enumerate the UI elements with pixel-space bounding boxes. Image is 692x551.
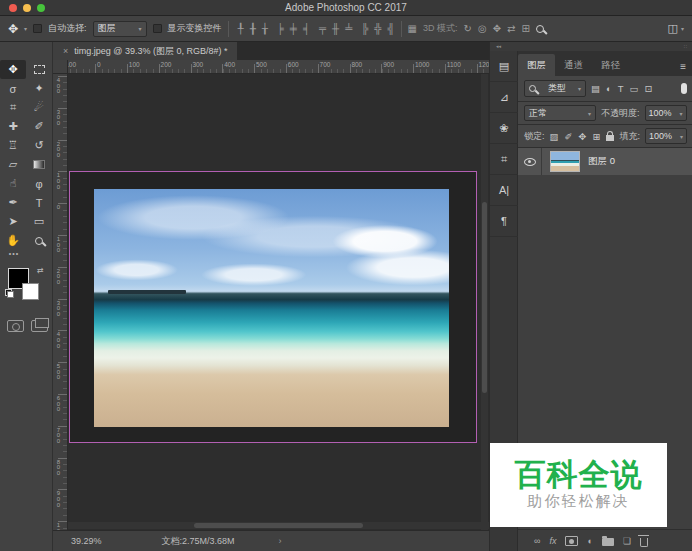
threed-mode-icon[interactable]: ↻ bbox=[464, 23, 472, 34]
align-icon[interactable]: ╡ bbox=[303, 23, 310, 34]
shapes-panel-icon[interactable]: ❀ bbox=[490, 113, 518, 144]
threed-mode-icon[interactable]: ◎ bbox=[478, 23, 487, 34]
vertical-scrollbar-thumb[interactable] bbox=[482, 202, 487, 394]
pen-tool[interactable]: ✒ bbox=[0, 193, 26, 212]
align-icon[interactable]: ╬ bbox=[374, 23, 381, 34]
auto-select-checkbox[interactable] bbox=[33, 24, 42, 33]
zoom-tool[interactable] bbox=[26, 231, 52, 250]
horizontal-scrollbar-thumb[interactable] bbox=[194, 523, 362, 528]
threed-mode-icons: ↻◎✥⇄⊞ bbox=[464, 23, 530, 34]
canvas-viewport[interactable] bbox=[68, 74, 489, 530]
filter-toggle-switch[interactable] bbox=[681, 83, 687, 94]
link-layers-icon[interactable]: ∞ bbox=[534, 536, 540, 546]
eraser-tool[interactable]: ▱ bbox=[0, 155, 26, 174]
move-tool[interactable]: ✥ bbox=[0, 60, 26, 79]
history-brush-tool[interactable]: ↺ bbox=[26, 136, 52, 155]
align-icon[interactable]: ╧ bbox=[345, 23, 352, 34]
default-colors-icon[interactable] bbox=[5, 289, 14, 298]
horizontal-scrollbar[interactable] bbox=[68, 522, 489, 529]
filter-type-icon[interactable]: T bbox=[618, 83, 624, 94]
layer-row[interactable]: 图层 0 bbox=[518, 148, 692, 175]
filter-smart-object-icon[interactable]: ⊡ bbox=[645, 83, 653, 94]
threed-mode-icon[interactable]: ⇄ bbox=[507, 23, 515, 34]
distribute-grid-icon[interactable]: ▦ bbox=[408, 23, 417, 34]
quick-mask-button[interactable] bbox=[7, 320, 24, 332]
vertical-scrollbar[interactable] bbox=[481, 74, 488, 530]
screen-mode-button[interactable] bbox=[31, 320, 48, 332]
properties-panel-icon[interactable]: ⌗ bbox=[490, 144, 518, 175]
lock-artboard-icon[interactable]: ⊞ bbox=[592, 131, 600, 142]
align-icon[interactable]: ╫ bbox=[332, 23, 339, 34]
lock-all-icon[interactable] bbox=[606, 135, 614, 141]
lock-transparent-icon[interactable]: ▨ bbox=[550, 131, 559, 142]
align-icon[interactable]: ╪ bbox=[290, 23, 297, 34]
lock-pixels-icon[interactable]: ✐ bbox=[565, 131, 573, 142]
tool-preset-chevron-icon[interactable]: ▾ bbox=[24, 25, 27, 32]
visibility-eye-icon[interactable] bbox=[524, 158, 536, 166]
status-chevron-icon[interactable]: › bbox=[279, 536, 282, 546]
new-layer-icon[interactable]: ❏ bbox=[623, 536, 631, 546]
healing-brush-tool[interactable]: ✚ bbox=[0, 117, 26, 136]
delete-layer-icon[interactable] bbox=[640, 538, 648, 547]
search-icon[interactable] bbox=[536, 25, 544, 33]
align-icon[interactable]: ╀ bbox=[238, 23, 244, 34]
canvas[interactable] bbox=[69, 171, 477, 443]
workspace-switcher[interactable]: ◫ ▾ bbox=[668, 22, 684, 35]
background-color-swatch[interactable] bbox=[22, 283, 39, 300]
eyedropper-tool[interactable]: ☄ bbox=[26, 98, 52, 117]
panel-tab-1[interactable]: 通道 bbox=[555, 54, 592, 76]
panel-tab-0[interactable]: 图层 bbox=[518, 54, 555, 76]
layer-style-icon[interactable]: fx bbox=[549, 536, 556, 546]
opacity-label: 不透明度: bbox=[601, 107, 640, 120]
threed-mode-icon[interactable]: ⊞ bbox=[521, 23, 529, 34]
auto-select-dropdown[interactable]: 图层 ▾ bbox=[93, 21, 147, 37]
lasso-tool[interactable]: σ bbox=[0, 79, 26, 98]
zoom-level[interactable]: 39.29% bbox=[71, 536, 102, 546]
paragraph-panel-icon[interactable]: ¶ bbox=[490, 206, 518, 237]
collapse-panels-icon[interactable]: ◂◂ bbox=[496, 43, 501, 50]
lock-position-icon[interactable]: ✥ bbox=[578, 131, 586, 142]
path-select-tool[interactable]: ➤ bbox=[0, 212, 26, 231]
align-icon[interactable]: ╂ bbox=[250, 23, 256, 34]
filter-shape-icon[interactable]: ▭ bbox=[630, 83, 639, 94]
character-panel-icon[interactable]: A| bbox=[490, 175, 518, 206]
libraries-panel-icon[interactable]: ▤ bbox=[490, 51, 518, 82]
crop-tool[interactable]: ⌗ bbox=[0, 98, 26, 117]
panel-tab-2[interactable]: 路径 bbox=[592, 54, 629, 76]
histogram-panel-icon[interactable]: ⊿ bbox=[490, 82, 518, 113]
lock-row: 锁定: ▨✐✥⊞ 填充: 100% ▾ bbox=[518, 125, 692, 148]
dodge-tool[interactable]: φ bbox=[26, 174, 52, 193]
panel-menu-icon[interactable]: ≡ bbox=[673, 57, 692, 76]
layer-thumbnail[interactable] bbox=[550, 151, 580, 172]
filter-adjustment-icon[interactable]: ◐ bbox=[606, 83, 612, 94]
opacity-dropdown[interactable]: 100% ▾ bbox=[645, 105, 687, 121]
marquee-tool[interactable] bbox=[26, 60, 52, 79]
swap-colors-icon[interactable]: ⇄ bbox=[37, 266, 44, 275]
adjustment-layer-icon[interactable]: ◐ bbox=[587, 536, 592, 546]
filter-image-icon[interactable]: ▤ bbox=[591, 83, 600, 94]
align-icon[interactable]: ╤ bbox=[319, 23, 326, 34]
align-icon[interactable]: ╁ bbox=[262, 23, 268, 34]
close-tab-icon[interactable]: × bbox=[63, 46, 68, 56]
blend-mode-dropdown[interactable]: 正常 ▾ bbox=[524, 105, 596, 121]
show-transform-checkbox[interactable] bbox=[153, 24, 162, 33]
new-group-icon[interactable] bbox=[602, 538, 614, 546]
clone-stamp-tool[interactable]: ♖ bbox=[0, 136, 26, 155]
layer-mask-icon[interactable] bbox=[565, 536, 578, 546]
quick-select-tool[interactable]: ✦ bbox=[26, 79, 52, 98]
filter-type-dropdown[interactable]: 类型 ▾ bbox=[524, 80, 586, 97]
align-icon[interactable]: ╣ bbox=[387, 23, 394, 34]
edit-toolbar-button[interactable]: ••• bbox=[0, 250, 28, 257]
align-icon[interactable]: ╠ bbox=[361, 23, 368, 34]
align-icon[interactable]: ╞ bbox=[277, 23, 284, 34]
fill-dropdown[interactable]: 100% ▾ bbox=[645, 128, 687, 144]
brush-tool[interactable]: ✐ bbox=[26, 117, 52, 136]
smudge-tool[interactable]: ☝ bbox=[0, 174, 26, 193]
shape-tool[interactable]: ▭ bbox=[26, 212, 52, 231]
hand-tool[interactable]: ✋ bbox=[0, 231, 26, 250]
tool-glyph: ✚ bbox=[8, 120, 17, 133]
gradient-tool[interactable] bbox=[26, 155, 52, 174]
type-tool[interactable]: T bbox=[26, 193, 52, 212]
threed-mode-icon[interactable]: ✥ bbox=[493, 23, 501, 34]
document-tab[interactable]: × timg.jpeg @ 39.3% (图层 0, RGB/8#) * bbox=[53, 42, 237, 60]
